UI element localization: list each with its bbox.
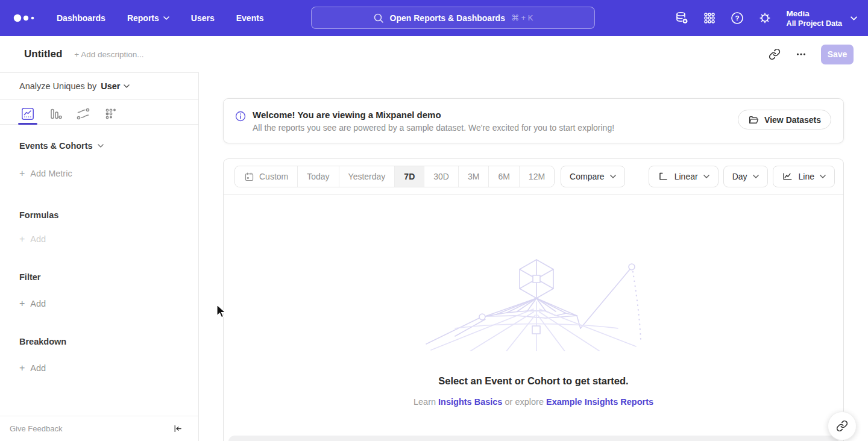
range-12m[interactable]: 12M — [520, 166, 554, 187]
share-link-fab[interactable] — [828, 411, 857, 440]
add-formula-label: Add — [30, 234, 46, 244]
give-feedback-link[interactable]: Give Feedback — [10, 424, 62, 433]
empty-state: Select an Event or Cohort to get started… — [224, 255, 843, 407]
chevron-down-icon — [703, 175, 709, 178]
nav-dashboards[interactable]: Dashboards — [48, 8, 114, 28]
apps-grid-icon — [702, 11, 717, 25]
ellipsis-icon — [796, 49, 807, 60]
more-options-button[interactable] — [791, 44, 811, 64]
tab-insights-line[interactable] — [18, 105, 37, 123]
filter-title: Filter — [19, 272, 198, 282]
range-today[interactable]: Today — [298, 166, 339, 187]
mixpanel-logo-dots — [13, 13, 37, 23]
banner-body: All the reports you see are powered by a… — [253, 121, 614, 134]
sidebar-footer: Give Feedback — [0, 416, 198, 441]
copy-link-button[interactable] — [764, 44, 785, 64]
analyze-unit-dropdown[interactable]: User — [101, 81, 130, 91]
link-icon — [836, 420, 848, 432]
nav-reports-label: Reports — [127, 13, 159, 23]
info-icon — [234, 110, 247, 122]
tab-bar-chart[interactable] — [46, 105, 65, 123]
add-formula-button[interactable]: +Add — [19, 234, 198, 245]
nav-dashboards-label: Dashboards — [57, 13, 105, 23]
project-switcher[interactable]: Media All Project Data — [787, 8, 857, 28]
compare-label: Compare — [570, 172, 605, 181]
add-breakdown-button[interactable]: +Add — [19, 363, 198, 374]
apps-grid-button[interactable] — [700, 8, 719, 28]
save-button[interactable]: Save — [821, 45, 854, 64]
add-filter-button[interactable]: +Add — [19, 298, 198, 309]
interval-label: Day — [732, 172, 747, 181]
calendar-icon — [244, 172, 254, 182]
search-icon — [373, 13, 384, 23]
learn-prefix: Learn — [414, 397, 438, 407]
add-metric-button[interactable]: +Add Metric — [19, 168, 198, 179]
scale-dropdown[interactable]: Linear — [649, 166, 719, 187]
svg-text:?: ? — [735, 14, 739, 22]
data-management-button[interactable] — [672, 8, 691, 28]
add-metric-label: Add Metric — [30, 169, 72, 178]
tab-flow[interactable] — [74, 105, 93, 123]
events-cohorts-header[interactable]: Events & Cohorts — [19, 141, 198, 151]
chart-type-tabs — [0, 100, 198, 125]
nav-events-label: Events — [236, 13, 264, 23]
project-name: Media — [787, 8, 842, 19]
range-3m[interactable]: 3M — [459, 166, 489, 187]
scale-label: Linear — [675, 172, 698, 181]
selected-tab-underline — [18, 123, 37, 125]
empty-state-links: Learn Insights Basics or explore Example… — [414, 397, 653, 407]
nav-events[interactable]: Events — [228, 8, 272, 28]
chart-type-dropdown[interactable]: Line — [773, 166, 835, 187]
events-cohorts-title: Events & Cohorts — [19, 141, 93, 151]
query-builder-sidebar: Analyze Uniques by User — [0, 72, 199, 441]
chevron-down-icon — [753, 175, 759, 178]
range-yesterday[interactable]: Yesterday — [339, 166, 395, 187]
chart-type-label: Line — [799, 172, 814, 181]
next-section-peek — [228, 436, 838, 441]
add-filter-label: Add — [30, 299, 46, 308]
or-explore-text: or explore — [502, 397, 546, 407]
nav-reports[interactable]: Reports — [119, 8, 178, 28]
range-custom[interactable]: Custom — [235, 166, 298, 187]
collapse-sidebar-button[interactable] — [172, 424, 183, 434]
breakdown-title: Breakdown — [19, 337, 198, 346]
global-search[interactable]: Open Reports & Dashboards ⌘ + K — [311, 7, 595, 29]
example-insights-reports-link[interactable]: Example Insights Reports — [546, 397, 653, 407]
view-datasets-label: View Datasets — [764, 115, 821, 125]
interval-dropdown[interactable]: Day — [723, 166, 768, 187]
top-navigation-bar: Dashboards Reports Users Events Open Rep… — [0, 0, 868, 36]
filter-section: Filter +Add — [0, 272, 198, 309]
formulas-title: Formulas — [19, 210, 198, 220]
compare-button[interactable]: Compare — [561, 166, 625, 187]
date-range-segmented-control: Custom Today Yesterday 7D 30D 3M 6M 12M — [234, 166, 555, 187]
scatter-grid-icon — [104, 107, 118, 121]
nav-users[interactable]: Users — [183, 8, 223, 28]
range-6m[interactable]: 6M — [489, 166, 519, 187]
range-30d[interactable]: 30D — [424, 166, 459, 187]
bar-chart-icon — [48, 107, 63, 121]
nav-right-cluster: ? Media All Project Data — [672, 0, 857, 36]
breakdown-section: Breakdown +Add — [0, 337, 198, 374]
range-custom-label: Custom — [259, 172, 288, 181]
view-datasets-button[interactable]: View Datasets — [738, 110, 831, 130]
chevron-down-icon — [610, 175, 616, 178]
empty-state-title: Select an Event or Cohort to get started… — [438, 375, 628, 387]
insights-basics-link[interactable]: Insights Basics — [438, 397, 502, 407]
report-header-actions: Save — [764, 44, 854, 64]
help-button[interactable]: ? — [728, 8, 747, 28]
analyze-label: Analyze Uniques by — [19, 81, 96, 91]
settings-gear-icon — [758, 11, 772, 25]
plus-icon: + — [19, 298, 25, 309]
project-dataset: All Project Data — [787, 19, 842, 28]
plus-icon: + — [19, 234, 25, 245]
settings-button[interactable] — [755, 8, 775, 28]
mixpanel-logo[interactable] — [13, 13, 47, 23]
flow-icon — [76, 107, 90, 121]
demo-banner: Welcome! You are viewing a Mixpanel demo… — [223, 98, 844, 143]
report-description-placeholder[interactable]: + Add description... — [74, 50, 143, 59]
range-7d[interactable]: 7D — [395, 166, 424, 187]
analyze-unit-value: User — [101, 81, 120, 91]
report-title[interactable]: Untitled — [24, 48, 62, 60]
tab-scatter-grid[interactable] — [101, 105, 121, 123]
plus-icon: + — [19, 168, 25, 179]
